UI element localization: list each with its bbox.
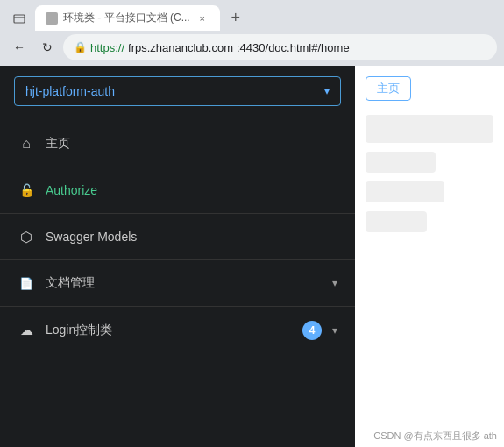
api-selector: hjt-platform-auth ▾ [0,66,355,117]
sidebar-login-controller-label: Login控制类 [46,323,292,338]
swagger-models-icon: ⬡ [18,228,35,245]
doc-management-arrow-icon: ▾ [332,277,337,289]
nav-divider-3 [0,259,355,260]
sidebar-item-authorize[interactable]: 🔓 Authorize [0,171,355,209]
panel-home-tab[interactable]: 主页 [366,76,411,101]
api-select-arrow-icon: ▾ [324,85,330,97]
authorize-lock-icon: 🔓 [18,181,35,199]
browser-chrome: 环境类 - 平台接口文档 (C... × + ← ↻ 🔒 https://frp… [0,0,504,66]
lock-icon: 🔒 [74,41,87,53]
nav-divider-1 [0,167,355,167]
address-url-bar[interactable]: 🔒 https://frps.zhananclub.com:4430/doc.h… [63,34,497,60]
url-path: :4430/doc.html#/home [237,41,350,54]
sidebar-swagger-models-label: Swagger Models [46,230,337,244]
sidebar-navigation: ⌂ 主页 🔓 Authorize ⬡ Swagger Models 📄 文档管理… [0,117,355,358]
page-content: hjt-platform-auth ▾ ⌂ 主页 🔓 Authorize ⬡ S… [0,66,504,447]
sidebar-item-swagger-models[interactable]: ⬡ Swagger Models [0,217,355,256]
back-button[interactable]: ← [7,35,32,60]
tab-1-title: 环境类 - 平台接口文档 (C... [63,11,190,25]
address-bar: ← ↻ 🔒 https://frps.zhananclub.com:4430/d… [0,31,504,66]
doc-management-icon: 📄 [18,274,35,292]
svg-rect-0 [14,15,25,23]
swagger-sidebar: hjt-platform-auth ▾ ⌂ 主页 🔓 Authorize ⬡ S… [0,66,355,447]
api-select-value: hjt-platform-auth [25,84,115,98]
login-controller-badge: 4 [302,321,322,340]
tab-1[interactable]: 环境类 - 平台接口文档 (C... × [35,5,220,31]
login-controller-arrow-icon: ▾ [332,324,337,337]
reload-button[interactable]: ↻ [35,35,60,60]
tab-bar: 环境类 - 平台接口文档 (C... × + [0,0,504,31]
login-controller-icon: ☁ [18,322,35,339]
panel-item-2 [366,152,436,173]
panel-item-4 [366,211,427,232]
panel-item-row-3 [366,181,493,202]
panel-item-3 [366,181,444,202]
sidebar-home-label: 主页 [46,136,337,152]
sidebar-item-home[interactable]: ⌂ 主页 [0,124,355,163]
watermark: CSDN @有点东西且很多 ath [373,429,497,443]
sidebar-item-doc-management[interactable]: 📄 文档管理 ▾ [0,264,355,302]
nav-divider-4 [0,306,355,307]
url-host: frps.zhananclub.com [128,41,233,54]
right-panel: 主页 [355,66,504,447]
window-control-btn[interactable] [7,6,32,31]
url-scheme: https:// [90,41,124,54]
sidebar-authorize-label: Authorize [46,183,337,197]
panel-item-row-1 [366,115,493,143]
panel-item-row-4 [366,211,493,232]
tab-close-btn[interactable]: × [195,11,209,25]
panel-item-row-2 [366,152,493,173]
home-icon: ⌂ [18,135,35,153]
panel-item-1 [366,115,493,143]
sidebar-item-login-controller[interactable]: ☁ Login控制类 4 ▾ [0,310,355,351]
nav-divider-2 [0,213,355,214]
api-select-dropdown[interactable]: hjt-platform-auth ▾ [14,76,341,106]
panel-items-list [366,115,493,232]
tab-favicon [46,12,58,25]
new-tab-button[interactable]: + [224,6,248,31]
sidebar-doc-management-label: 文档管理 [46,275,322,291]
